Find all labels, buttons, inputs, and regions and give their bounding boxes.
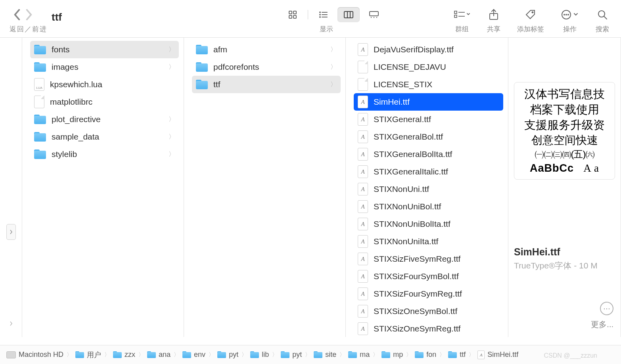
path-segment[interactable]: zzx: [113, 351, 135, 359]
path-segment[interactable]: pyt: [281, 351, 302, 359]
list-item[interactable]: pdfcorefonts〉: [192, 58, 341, 76]
more-button[interactable]: ⋯: [600, 302, 613, 315]
list-item[interactable]: LICENSE_DEJAVU: [354, 58, 503, 76]
list-item-label: STIXNonUniIta.ttf: [374, 237, 438, 246]
search-button[interactable]: 搜索: [596, 7, 609, 34]
tags-label: 添加标签: [517, 25, 544, 34]
list-item-label: sample_data: [52, 132, 99, 142]
list-item[interactable]: ASTIXGeneralItalic.ttf: [354, 163, 503, 180]
chevron-right-icon: 〉: [104, 351, 110, 358]
list-item[interactable]: ASTIXSizFourSymReg.ttf: [354, 285, 503, 303]
list-item[interactable]: stylelib〉: [30, 146, 179, 163]
column-view-button[interactable]: [337, 7, 360, 22]
icon-view-button[interactable]: [282, 7, 304, 22]
svg-rect-0: [289, 11, 292, 14]
folder-icon: [75, 351, 84, 358]
list-item[interactable]: ASTIXSizOneSymBol.ttf: [354, 303, 503, 320]
list-item-label: STIXGeneralBolIta.ttf: [374, 149, 452, 159]
groups-button[interactable]: 群组: [454, 7, 470, 34]
list-item[interactable]: LICENSE_STIX: [354, 76, 503, 93]
list-item-label: STIXSizFourSymBol.ttf: [374, 272, 459, 281]
actions-button[interactable]: 操作: [561, 7, 579, 34]
list-item[interactable]: fonts〉: [30, 41, 179, 58]
list-item-label: LICENSE_STIX: [374, 80, 432, 89]
chevron-right-icon: 〉: [67, 351, 72, 358]
svg-point-22: [532, 12, 533, 13]
path-segment[interactable]: fon: [415, 351, 436, 359]
path-segment-label: pyt: [292, 351, 302, 359]
folder-icon: [113, 351, 122, 358]
path-segment[interactable]: lib: [250, 351, 269, 359]
window-title: ttf: [52, 11, 62, 23]
list-item[interactable]: ADejaVuSerifDisplay.ttf: [354, 41, 503, 58]
tags-button[interactable]: 添加标签: [517, 7, 544, 34]
gallery-view-button[interactable]: [363, 7, 385, 22]
file-icon: [358, 61, 368, 73]
path-segment[interactable]: mp: [381, 351, 403, 359]
list-item[interactable]: ASTIXNonUni.ttf: [354, 180, 503, 198]
font-file-icon: A: [358, 305, 368, 318]
chevron-right-icon: 〉: [169, 133, 175, 141]
chevron-right-icon: 〉: [339, 351, 345, 358]
path-segment[interactable]: pyt: [217, 351, 238, 359]
list-item[interactable]: ASTIXSizFiveSymReg.ttf: [354, 250, 503, 268]
svg-rect-2: [289, 15, 292, 18]
path-segment[interactable]: ASimHei.ttf: [477, 351, 518, 359]
list-item[interactable]: sample_data〉: [30, 128, 179, 146]
path-segment[interactable]: site: [314, 351, 336, 359]
list-item[interactable]: ASTIXGeneralBolIta.ttf: [354, 146, 503, 163]
search-label: 搜索: [596, 25, 609, 34]
list-item-label: STIXSizOneSymBol.ttf: [374, 307, 457, 316]
sidebar-expand-handle[interactable]: [6, 224, 16, 240]
disk-icon: [6, 351, 16, 358]
path-segment[interactable]: Macintosh HD: [6, 351, 63, 359]
path-segment[interactable]: 用户: [75, 350, 101, 360]
font-file-icon: A: [358, 43, 368, 56]
list-item[interactable]: ASTIXNonUniIta.ttf: [354, 233, 503, 250]
column-1[interactable]: fonts〉images〉LUAkpsewhich.luamatplotlibr…: [22, 38, 184, 337]
chevron-right-icon: 〉: [439, 351, 445, 358]
share-button[interactable]: 共享: [487, 7, 500, 34]
svg-point-14: [371, 17, 372, 18]
list-item-label: STIXNonUniBolIta.ttf: [374, 219, 450, 229]
path-bar[interactable]: Macintosh HD〉用户〉zzx〉ana〉env〉pyt〉lib〉pyt〉…: [0, 345, 621, 364]
list-view-button[interactable]: [312, 7, 334, 22]
list-item[interactable]: ASTIXNonUniBolIta.ttf: [354, 215, 503, 233]
list-item[interactable]: ASTIXGeneralBol.ttf: [354, 128, 503, 146]
sample-serif: A a: [583, 161, 599, 175]
list-item-label: STIXGeneral.ttf: [374, 115, 431, 124]
view-switcher: [282, 7, 385, 22]
path-segment[interactable]: ttf: [448, 351, 466, 359]
list-item[interactable]: afm〉: [192, 41, 341, 58]
path-segment[interactable]: env: [182, 351, 205, 359]
back-button[interactable]: [11, 9, 23, 21]
list-item[interactable]: matplotlibrc: [30, 93, 179, 111]
path-segment[interactable]: ma: [348, 351, 370, 359]
folder-icon: [281, 351, 289, 358]
list-item[interactable]: ASTIXNonUniBol.ttf: [354, 198, 503, 215]
list-item-label: STIXGeneralItalic.ttf: [374, 167, 448, 176]
list-item[interactable]: ASTIXGeneral.ttf: [354, 111, 503, 128]
list-item[interactable]: ASTIXSizFourSymBol.ttf: [354, 268, 503, 285]
list-item[interactable]: ASTIXSizOneSymReg.ttf: [354, 320, 503, 337]
column-3[interactable]: ADejaVuSerifDisplay.ttfLICENSE_DEJAVULIC…: [346, 38, 508, 337]
column-2[interactable]: afm〉pdfcorefonts〉ttf〉: [184, 38, 346, 337]
path-segment[interactable]: ana: [147, 351, 171, 359]
svg-point-16: [376, 17, 377, 18]
list-item[interactable]: LUAkpsewhich.lua: [30, 76, 179, 93]
font-file-icon: A: [358, 270, 368, 283]
path-segment-label: ttf: [460, 351, 466, 359]
svg-rect-13: [370, 11, 378, 16]
forward-button[interactable]: [23, 9, 35, 21]
list-item[interactable]: images〉: [30, 58, 179, 76]
nav-label: 返回／前进: [10, 25, 47, 34]
list-item[interactable]: ASimHei.ttf: [354, 93, 503, 111]
path-segment-label: ana: [159, 351, 171, 359]
list-item[interactable]: plot_directive〉: [30, 111, 179, 128]
preview-column: 汉体书写信息技 档案下载使用 支援服务升级资 创意空间快速 ㈠㈡㈢㈣(五)㈥ A…: [508, 38, 621, 337]
sidebar-chevron[interactable]: [6, 316, 16, 331]
font-file-icon: A: [358, 200, 368, 213]
svg-point-15: [374, 17, 374, 18]
chevron-right-icon: 〉: [169, 150, 175, 159]
list-item[interactable]: ttf〉: [192, 76, 341, 93]
